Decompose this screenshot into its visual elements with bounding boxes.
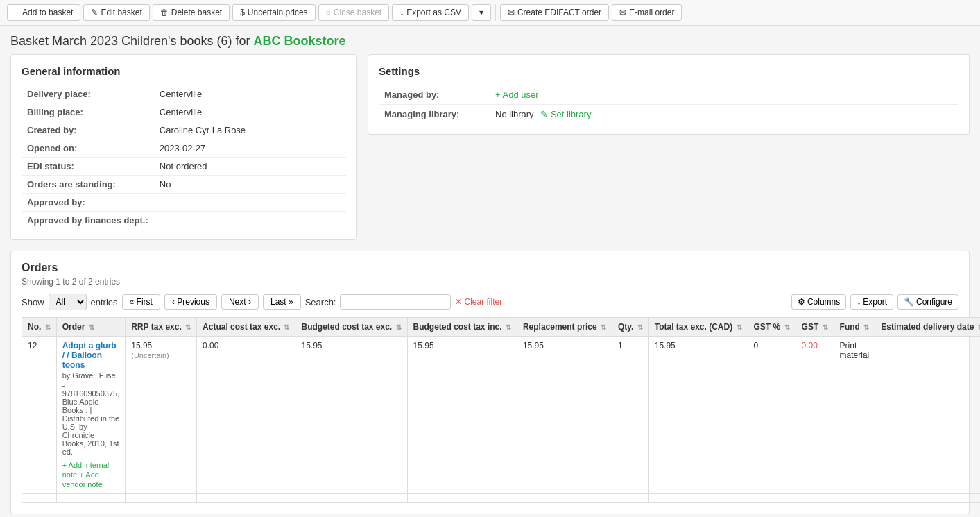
info-row-standing: Orders are standing: No [22,176,346,194]
sort-icon-rrp: ⇅ [185,323,191,331]
settings-row-managing-library: Managing library: No library ✎ Set libra… [379,105,958,124]
col-rrp-tax-exc[interactable]: RRP tax exc. ⇅ [126,318,197,337]
controls-bar: Show All 10 25 50 100 entries « First ‹ … [22,294,958,310]
next-button[interactable]: Next › [221,294,259,310]
circle-icon: ○ [326,8,331,17]
sort-icon-budget-inc: ⇅ [506,323,511,331]
plus-vendor-icon: + [79,471,83,479]
managed-by-label: Managed by: [379,85,490,105]
orders-table: No. ⇅ Order ⇅ RRP tax exc. ⇅ Actual cost… [22,317,980,503]
info-row-approved-finances: Approved by finances dept.: [22,212,346,230]
row-gst-pct: 0 [748,337,796,494]
info-row-created-by: Created by: Caroline Cyr La Rose [22,121,346,139]
order-actions: + Add internal note + Add vendor note [62,460,120,489]
sort-icon-qty: ⇅ [637,323,643,331]
uncertain-prices-label: Uncertain prices [248,8,308,17]
empty-actual [197,494,295,503]
sort-icon-total: ⇅ [737,323,742,331]
delete-basket-button[interactable]: 🗑 Delete basket [153,4,230,21]
table-body: 12 Adopt a glurb / / Balloon toons by Gr… [22,337,981,503]
edi-status-value: Not ordered [154,158,346,176]
opened-on-value: 2023-02-27 [154,139,346,158]
email-order-button[interactable]: ✉ E-mail order [612,4,682,21]
x-icon: ✕ [455,297,462,307]
add-user-link[interactable]: + Add user [495,90,539,100]
clear-filter-button[interactable]: ✕ Clear filter [455,297,502,307]
trash-icon: 🗑 [160,8,169,17]
col-gst[interactable]: GST ⇅ [796,318,834,337]
info-row-billing: Billing place: Centerville [22,103,346,121]
close-basket-button[interactable]: ○ Close basket [318,4,390,21]
general-info-table: Delivery place: Centerville Billing plac… [22,85,346,229]
col-budgeted-cost-inc[interactable]: Budgeted cost tax inc. ⇅ [407,318,517,337]
orders-title: Orders [22,262,958,274]
show-entries-select[interactable]: All 10 25 50 100 [49,294,87,310]
row-budgeted-cost-inc: 15.95 [407,337,517,494]
col-no[interactable]: No. ⇅ [22,318,57,337]
col-gst-pct[interactable]: GST % ⇅ [748,318,796,337]
create-edifact-button[interactable]: ✉ Create EDIFACT order [500,4,609,21]
sort-icon-order: ⇅ [89,323,94,331]
row-replacement-price: 15.95 [517,337,612,494]
general-info-column: General information Delivery place: Cent… [10,54,357,240]
order-title-link[interactable]: Adopt a glurb / / Balloon toons [62,341,117,370]
edit-basket-label: Edit basket [101,8,141,17]
approved-finances-value [154,212,346,230]
row-no: 12 [22,337,57,494]
controls-right: ⚙ Columns ↓ Export 🔧 Configure [791,294,958,310]
email-order-label: E-mail order [629,8,674,17]
edit-basket-button[interactable]: ✎ Edit basket [83,4,149,21]
export-more-button[interactable]: ▾ [472,4,491,21]
columns-button[interactable]: ⚙ Columns [791,294,846,310]
sort-icon-gst-pct: ⇅ [784,323,790,331]
approved-by-label: Approved by: [22,194,154,212]
table-row-empty [22,494,981,503]
managing-library-label: Managing library: [379,105,490,124]
col-total-tax-exc[interactable]: Total tax exc. (CAD) ⇅ [648,318,748,337]
col-order[interactable]: Order ⇅ [56,318,126,337]
info-row-opened-on: Opened on: 2023-02-27 [22,139,346,158]
empty-no [22,494,57,503]
page-title-prefix: Basket March 2023 Children's books (6) f… [10,34,254,48]
sort-icon-replacement: ⇅ [601,323,606,331]
standing-label: Orders are standing: [22,176,154,194]
export-button[interactable]: ↓ Export [850,294,893,310]
empty-delivery [875,494,980,503]
col-fund[interactable]: Fund ⇅ [834,318,875,337]
sort-icon-delivery: ⇅ [978,323,980,331]
next-arrow: › [246,297,251,307]
col-estimated-delivery[interactable]: Estimated delivery date ⇅ [875,318,980,337]
showing-text: Showing 1 to 2 of 2 entries [22,277,958,287]
settings-row-managed-by: Managed by: + Add user [379,85,958,105]
empty-gst-pct [748,494,796,503]
configure-button[interactable]: 🔧 Configure [897,294,958,310]
settings-table: Managed by: + Add user Managing library:… [379,85,958,124]
order-isbn: - 9781609050375, Blue Apple Books : | Di… [62,381,120,456]
opened-on-label: Opened on: [22,139,154,158]
export-csv-label: Export as CSV [406,8,461,17]
col-qty[interactable]: Qty. ⇅ [612,318,648,337]
col-replacement-price[interactable]: Replacement price ⇅ [517,318,612,337]
set-library-link[interactable]: ✎ Set library [540,109,591,119]
row-rrp-tax-exc: 15.95 (Uncertain) [126,337,197,494]
delete-basket-label: Delete basket [171,8,222,17]
empty-fund [834,494,875,503]
row-gst: 0.00 [796,337,834,494]
sort-icon-actual: ⇅ [284,323,289,331]
row-estimated-delivery [875,337,980,494]
dollar-icon: $ [240,8,245,17]
col-actual-cost[interactable]: Actual cost tax exc. ⇅ [197,318,295,337]
info-row-edi-status: EDI status: Not ordered [22,158,346,176]
row-actual-cost: 0.00 [197,337,295,494]
empty-budget-inc [407,494,517,503]
previous-button[interactable]: ‹ Previous [164,294,217,310]
last-button[interactable]: Last » [263,294,301,310]
uncertain-prices-button[interactable]: $ Uncertain prices [232,4,315,21]
col-budgeted-cost-exc[interactable]: Budgeted cost tax exc. ⇅ [295,318,407,337]
add-to-basket-button[interactable]: + Add to basket [7,4,80,21]
order-author: by Gravel, Elise. [62,371,120,380]
first-button[interactable]: « First [122,294,160,310]
delivery-label: Delivery place: [22,85,154,103]
search-input[interactable] [340,294,451,310]
export-csv-button[interactable]: ↓ Export as CSV [392,4,469,21]
